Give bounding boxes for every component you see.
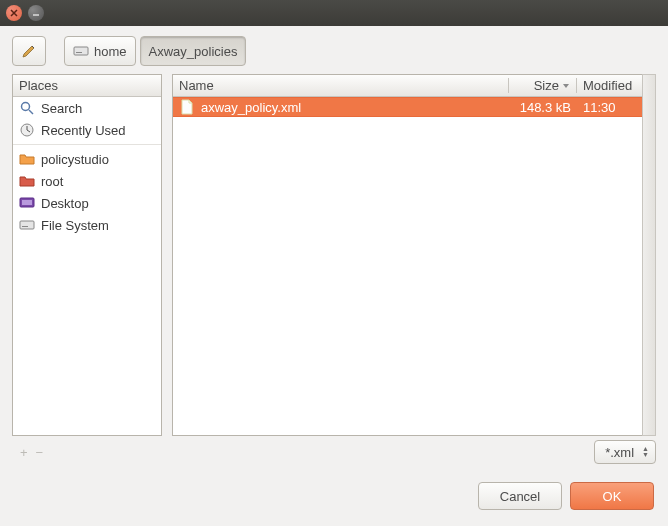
ok-button-label: OK	[603, 489, 622, 504]
svg-rect-1	[76, 52, 82, 53]
column-header-name[interactable]: Name	[173, 78, 509, 93]
places-header[interactable]: Places	[13, 78, 64, 93]
column-header-size[interactable]: Size	[509, 78, 577, 93]
places-item-label: Desktop	[41, 196, 89, 211]
breadcrumb-current[interactable]: Axway_policies	[140, 36, 247, 66]
svg-rect-5	[22, 200, 32, 205]
pencil-icon	[21, 43, 37, 59]
file-row[interactable]: axway_policy.xml 148.3 kB 11:30	[173, 97, 655, 117]
desktop-icon	[19, 195, 35, 211]
breadcrumb-home-label: home	[94, 44, 127, 59]
places-item-policystudio[interactable]: policystudio	[13, 148, 161, 170]
file-filter-label: *.xml	[605, 445, 634, 460]
breadcrumb-home[interactable]: home	[64, 36, 136, 66]
window-minimize-button[interactable]	[28, 5, 44, 21]
places-item-label: policystudio	[41, 152, 109, 167]
svg-rect-7	[22, 226, 28, 227]
places-item-label: File System	[41, 218, 109, 233]
folder-icon	[19, 173, 35, 189]
file-icon	[179, 99, 195, 115]
places-item-label: Search	[41, 101, 82, 116]
minimize-icon	[32, 9, 40, 17]
files-panel: Name Size Modified axway_policy.xml 148.…	[172, 74, 656, 436]
close-icon	[10, 9, 18, 17]
places-item-search[interactable]: Search	[13, 97, 161, 119]
window-close-button[interactable]	[6, 5, 22, 21]
svg-point-2	[22, 103, 30, 111]
edit-path-button[interactable]	[12, 36, 46, 66]
breadcrumb-current-label: Axway_policies	[149, 44, 238, 59]
svg-rect-0	[74, 47, 88, 55]
places-item-label: Recently Used	[41, 123, 126, 138]
places-item-recent[interactable]: Recently Used	[13, 119, 161, 141]
places-item-root[interactable]: root	[13, 170, 161, 192]
drive-icon	[73, 43, 89, 59]
separator	[13, 144, 161, 145]
file-name: axway_policy.xml	[201, 100, 301, 115]
places-item-desktop[interactable]: Desktop	[13, 192, 161, 214]
clock-icon	[19, 122, 35, 138]
places-panel: Places Search Recently Used policystudio…	[12, 74, 162, 436]
spinner-icon: ▲▼	[642, 446, 649, 458]
ok-button[interactable]: OK	[570, 482, 654, 510]
add-bookmark-button[interactable]: +	[20, 445, 28, 460]
places-item-label: root	[41, 174, 63, 189]
cancel-button-label: Cancel	[500, 489, 540, 504]
drive-icon	[19, 217, 35, 233]
folder-icon	[19, 151, 35, 167]
remove-bookmark-button[interactable]: −	[36, 445, 44, 460]
svg-rect-6	[20, 221, 34, 229]
file-size: 148.3 kB	[509, 100, 577, 115]
file-filter-select[interactable]: *.xml ▲▼	[594, 440, 656, 464]
sort-desc-icon	[562, 82, 570, 90]
cancel-button[interactable]: Cancel	[478, 482, 562, 510]
scrollbar[interactable]	[642, 74, 656, 436]
search-icon	[19, 100, 35, 116]
column-header-size-label: Size	[534, 78, 559, 93]
places-item-filesystem[interactable]: File System	[13, 214, 161, 236]
